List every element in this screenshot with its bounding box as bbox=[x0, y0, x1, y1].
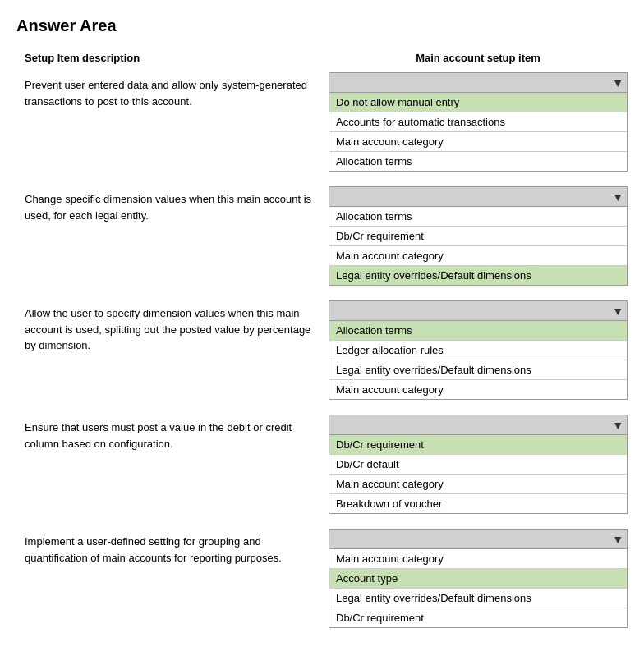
list-item[interactable]: Main account category bbox=[329, 246, 627, 266]
options-list-q4: Db/Cr requirementDb/Cr defaultMain accou… bbox=[329, 435, 627, 513]
list-item[interactable]: Main account category bbox=[329, 475, 627, 494]
question-row: Allow the user to specify dimension valu… bbox=[16, 300, 628, 400]
list-item[interactable]: Legal entity overrides/Default dimension… bbox=[329, 589, 627, 608]
description-q5: Implement a user-defined setting for gro… bbox=[16, 529, 329, 571]
list-item[interactable]: Db/Cr requirement bbox=[329, 608, 627, 627]
list-item[interactable]: Legal entity overrides/Default dimension… bbox=[329, 360, 627, 380]
header-setup: Main account setup item bbox=[329, 52, 628, 64]
questions-container: Prevent user entered data and allow only… bbox=[16, 72, 628, 628]
question-row: Change specific dimension values when th… bbox=[16, 186, 628, 286]
chevron-down-icon: ▼ bbox=[612, 76, 623, 89]
dropdown-q3[interactable]: ▼Allocation termsLedger allocation rules… bbox=[329, 300, 628, 400]
list-item[interactable]: Allocation terms bbox=[329, 152, 627, 171]
description-q4: Ensure that users must post a value in t… bbox=[16, 415, 329, 456]
list-item[interactable]: Allocation terms bbox=[329, 321, 627, 341]
description-q1: Prevent user entered data and allow only… bbox=[16, 72, 329, 114]
chevron-down-icon: ▼ bbox=[612, 190, 623, 204]
list-item[interactable]: Db/Cr requirement bbox=[329, 435, 627, 455]
header-description: Setup Item description bbox=[16, 52, 329, 64]
dropdown-header-q4[interactable]: ▼ bbox=[329, 415, 627, 435]
question-row: Implement a user-defined setting for gro… bbox=[16, 529, 628, 628]
description-q2: Change specific dimension values when th… bbox=[16, 186, 329, 228]
chevron-down-icon: ▼ bbox=[612, 419, 623, 432]
list-item[interactable]: Db/Cr default bbox=[329, 455, 627, 475]
list-item[interactable]: Legal entity overrides/Default dimension… bbox=[329, 266, 627, 285]
options-list-q2: Allocation termsDb/Cr requirementMain ac… bbox=[329, 207, 627, 285]
question-row: Ensure that users must post a value in t… bbox=[16, 415, 628, 514]
list-item[interactable]: Accounts for automatic transactions bbox=[329, 112, 627, 132]
answer-area: Setup Item description Main account setu… bbox=[16, 52, 628, 628]
dropdown-q4[interactable]: ▼Db/Cr requirementDb/Cr defaultMain acco… bbox=[329, 415, 628, 514]
options-list-q5: Main account categoryAccount typeLegal e… bbox=[329, 549, 627, 627]
dropdown-header-q1[interactable]: ▼ bbox=[329, 73, 627, 93]
list-item[interactable]: Main account category bbox=[329, 549, 627, 569]
list-item[interactable]: Main account category bbox=[329, 132, 627, 152]
list-item[interactable]: Allocation terms bbox=[329, 207, 627, 227]
page-title: Answer Area bbox=[16, 16, 628, 35]
options-list-q1: Do not allow manual entryAccounts for au… bbox=[329, 93, 627, 171]
dropdown-q2[interactable]: ▼Allocation termsDb/Cr requirementMain a… bbox=[329, 186, 628, 286]
dropdown-q1[interactable]: ▼Do not allow manual entryAccounts for a… bbox=[329, 72, 628, 172]
list-item[interactable]: Db/Cr requirement bbox=[329, 227, 627, 246]
list-item[interactable]: Breakdown of voucher bbox=[329, 494, 627, 513]
question-row: Prevent user entered data and allow only… bbox=[16, 72, 628, 172]
dropdown-header-q2[interactable]: ▼ bbox=[329, 187, 627, 207]
chevron-down-icon: ▼ bbox=[612, 533, 623, 546]
description-q3: Allow the user to specify dimension valu… bbox=[16, 300, 329, 359]
options-list-q3: Allocation termsLedger allocation rulesL… bbox=[329, 321, 627, 399]
table-header: Setup Item description Main account setu… bbox=[16, 52, 628, 64]
list-item[interactable]: Do not allow manual entry bbox=[329, 93, 627, 112]
chevron-down-icon: ▼ bbox=[612, 305, 623, 318]
list-item[interactable]: Main account category bbox=[329, 380, 627, 399]
list-item[interactable]: Account type bbox=[329, 569, 627, 589]
list-item[interactable]: Ledger allocation rules bbox=[329, 341, 627, 360]
dropdown-header-q3[interactable]: ▼ bbox=[329, 301, 627, 321]
dropdown-header-q5[interactable]: ▼ bbox=[329, 530, 627, 549]
dropdown-q5[interactable]: ▼Main account categoryAccount typeLegal … bbox=[329, 529, 628, 628]
